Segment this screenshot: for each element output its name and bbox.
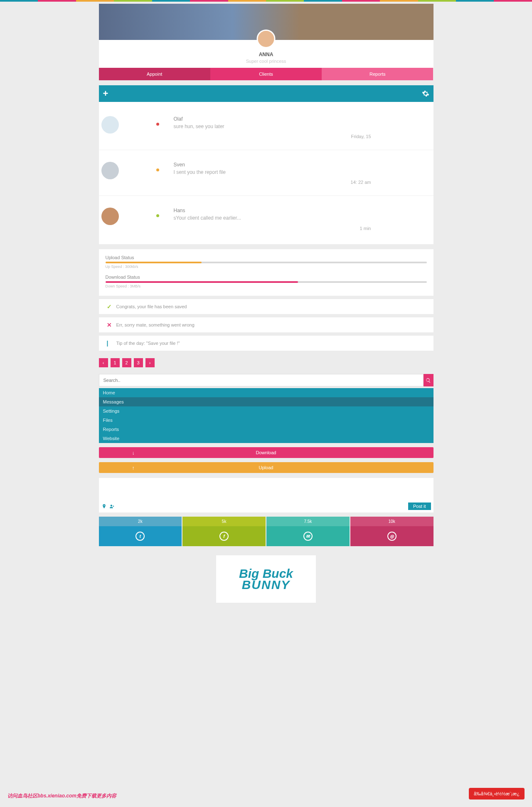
alert: |Tip of the day: "Save your file !" xyxy=(99,336,433,351)
alert-icon: ✓ xyxy=(107,303,112,310)
profile-name: ANNA xyxy=(99,52,433,57)
add-icon[interactable]: + xyxy=(103,88,108,99)
download-label: Download Status xyxy=(106,275,427,280)
message-sender: Sven xyxy=(174,162,431,168)
upload-speed: Up Speed : 300kb/s xyxy=(106,265,427,269)
profile-subtitle: Super cool princess xyxy=(99,59,433,64)
avatar xyxy=(101,208,119,225)
toolbar: + xyxy=(99,85,433,102)
nav-files[interactable]: Files xyxy=(99,416,433,425)
social-icon: ◎ xyxy=(387,532,397,541)
search-input[interactable] xyxy=(99,374,424,386)
alert-icon: ✕ xyxy=(107,322,112,328)
page-button[interactable]: 2 xyxy=(122,358,131,367)
message-sender: Hans xyxy=(174,208,431,213)
nav-settings[interactable]: Settings xyxy=(99,406,433,416)
download-button[interactable]: ↓Download xyxy=(99,447,433,458)
banner-image xyxy=(99,4,433,40)
download-speed: Down Speed : 3MB/s xyxy=(106,284,427,288)
message-row[interactable]: HanssYour client called me earlier...1 m… xyxy=(99,196,433,242)
social-count: 7.5k xyxy=(266,517,350,526)
social-count: 5k xyxy=(182,517,266,526)
tab-appoint[interactable]: Appoint xyxy=(99,68,210,80)
upload-label: Upload Status xyxy=(106,255,427,260)
message-time: 1 min xyxy=(360,226,371,231)
nav-home[interactable]: Home xyxy=(99,388,433,397)
alert: ✕Err, sorry mate, something went wrong xyxy=(99,317,433,332)
social-button[interactable]: f xyxy=(182,526,266,546)
location-icon[interactable] xyxy=(101,504,107,509)
gear-icon[interactable] xyxy=(422,90,429,97)
social-button[interactable]: t xyxy=(99,526,182,546)
post-button[interactable]: Post it xyxy=(408,503,431,510)
nav-website[interactable]: Website xyxy=(99,434,433,443)
social-icon: f xyxy=(219,532,229,541)
social-icon: ✉ xyxy=(303,532,313,541)
page-button[interactable]: 3 xyxy=(134,358,143,367)
message-time: 14: 22 am xyxy=(351,180,371,185)
page-button[interactable]: ‹ xyxy=(99,358,108,367)
search-icon xyxy=(426,378,431,383)
message-row[interactable]: SvenI sent you the report file14: 22 am xyxy=(99,150,433,196)
message-preview: sure hun, see you later xyxy=(174,124,431,129)
add-user-icon[interactable] xyxy=(109,504,115,509)
tab-reports[interactable]: Reports xyxy=(322,68,433,80)
avatar xyxy=(101,116,119,134)
tab-clients[interactable]: Clients xyxy=(210,68,322,80)
nav-reports[interactable]: Reports xyxy=(99,425,433,434)
arrow-icon: ↓ xyxy=(132,450,135,456)
avatar xyxy=(101,162,119,179)
social-icon: t xyxy=(135,532,145,541)
message-time: Friday, 15 xyxy=(351,134,371,139)
page-button[interactable]: 1 xyxy=(111,358,120,367)
page-button[interactable]: › xyxy=(145,358,155,367)
status-dot xyxy=(156,168,159,171)
message-preview: sYour client called me earlier... xyxy=(174,215,431,221)
status-dot xyxy=(156,214,159,217)
alert: ✓Congrats, your file has been saved xyxy=(99,299,433,314)
arrow-icon: ↑ xyxy=(132,465,135,471)
search-button[interactable] xyxy=(424,374,433,386)
social-count: 10k xyxy=(350,517,433,526)
upload-button[interactable]: ↑Upload xyxy=(99,462,433,473)
social-count: 2k xyxy=(99,517,182,526)
message-row[interactable]: Olafsure hun, see you laterFriday, 15 xyxy=(99,104,433,150)
message-sender: Olaf xyxy=(174,116,431,122)
social-button[interactable]: ◎ xyxy=(350,526,433,546)
bunny-logo: Big Buck BUNNY xyxy=(216,555,316,603)
status-dot xyxy=(156,123,159,126)
avatar xyxy=(257,30,276,48)
post-textarea[interactable] xyxy=(99,478,433,500)
nav-messages[interactable]: Messages xyxy=(99,397,433,406)
social-button[interactable]: ✉ xyxy=(266,526,350,546)
alert-icon: | xyxy=(107,340,112,347)
message-preview: I sent you the report file xyxy=(174,169,431,175)
